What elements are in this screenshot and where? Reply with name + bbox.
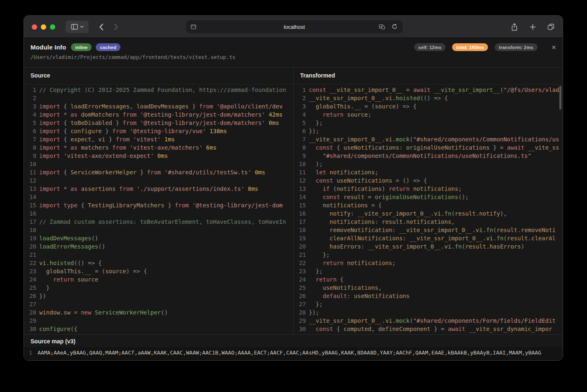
- code-line: 28window.sw = new ServiceWorkerHelper(): [24, 308, 293, 317]
- code-line: 17 notifications: result.notifications,: [294, 218, 563, 226]
- code-line: 8import * as matchers from 'vitest-axe/m…: [24, 143, 293, 152]
- page-title: Module Info: [31, 44, 66, 51]
- badge: cached: [96, 43, 120, 51]
- code-line: 16: [24, 209, 293, 218]
- address-bar[interactable]: localhost A: [186, 20, 403, 33]
- badge: inline: [71, 43, 92, 51]
- inspect-page: Module Info inlinecached self: 12mstotal…: [24, 38, 563, 360]
- code-line: 15import type { TestingLibraryMatchers }…: [24, 201, 293, 209]
- source-pane-title: Source: [24, 68, 293, 85]
- code-line: 11 let notifications;: [294, 168, 563, 176]
- share-button[interactable]: [508, 21, 521, 33]
- code-line: 16 notify: __vite_ssr_import_0__.vi.fn(r…: [294, 209, 563, 218]
- badge: transform: 2ms: [495, 43, 537, 51]
- code-line: 2: [24, 94, 293, 102]
- code-line: 12: [24, 176, 293, 185]
- module-badges: inlinecached: [71, 43, 120, 51]
- back-button[interactable]: [95, 21, 108, 33]
- code-line: 27: [24, 300, 293, 308]
- code-line: 4 return source;: [294, 110, 563, 119]
- code-line: 19 clearAllNotifications: __vite_ssr_imp…: [294, 234, 563, 242]
- translate-icon[interactable]: A: [379, 23, 385, 30]
- code-line: 18: [24, 226, 293, 234]
- code-line: 7__vite_ssr_import_0__.vi.mock("#shared/…: [294, 135, 563, 143]
- code-line: 9import 'vitest-axe/extend-expect' 0ms: [24, 152, 293, 160]
- code-line: 13 if (notifications) return notificatio…: [294, 185, 563, 193]
- badge: self: 12ms: [414, 43, 446, 51]
- code-line: 8 const { useNotifications: originalUseN…: [294, 143, 563, 152]
- code-line: 28});: [294, 308, 563, 317]
- sidebar-icon: [71, 24, 78, 30]
- page-settings-icon[interactable]: [190, 23, 197, 30]
- code-line: 3 globalThis.__ = (source) => {: [294, 102, 563, 110]
- code-line: 27 };: [294, 300, 563, 308]
- code-line: 10 );: [294, 160, 563, 168]
- code-line: 5 };: [294, 119, 563, 127]
- code-line: 14: [24, 193, 293, 201]
- code-line: 10: [24, 160, 293, 168]
- source-pane: Source 1// Copyright (C) 2012-2025 Zamma…: [24, 68, 294, 334]
- code-line: 1// Copyright (C) 2012-2025 Zammad Found…: [24, 86, 293, 94]
- code-line: 11import { ServiceWorkerHelper } from '#…: [24, 168, 293, 176]
- module-header: Module Info inlinecached self: 12mstotal…: [24, 38, 563, 68]
- code-line: 14 const result = originalUseNotificatio…: [294, 193, 563, 201]
- sidebar-toggle-button[interactable]: [66, 21, 89, 33]
- zoom-window-button[interactable]: [50, 24, 55, 30]
- close-icon[interactable]: ×: [552, 44, 556, 51]
- tab-overview-button[interactable]: [545, 21, 557, 33]
- code-line: 21 };: [294, 251, 563, 259]
- code-line: 13import * as assertions from './support…: [24, 185, 293, 193]
- new-tab-button[interactable]: [526, 21, 539, 33]
- badge: total: 193ms: [452, 43, 488, 51]
- code-line: 30configure({: [24, 325, 293, 333]
- code-line: 18 removeNotification: __vite_ssr_import…: [294, 226, 563, 234]
- code-line: 24 return source: [24, 275, 293, 284]
- code-line: 25 useNotifications,: [294, 284, 563, 292]
- code-line: 17// Zammad custom assertions: toBeAvata…: [24, 218, 293, 226]
- code-line: 7import { expect, vi } from 'vitest' 1ms: [24, 135, 293, 143]
- code-line: 1AAMA;AAeA,yBAAG,QAAQ,MAAM;AACf,aAAW,KAA…: [24, 349, 563, 357]
- code-line: 20loadErrorMessages(): [24, 242, 293, 251]
- traffic-lights: [32, 24, 55, 30]
- code-line: 29: [24, 317, 293, 325]
- sourcemap-section: Source map (v3) 1AAMA;AAeA,yBAAG,QAAQ,MA…: [24, 334, 563, 360]
- code-panes: Source 1// Copyright (C) 2012-2025 Zamma…: [24, 68, 563, 334]
- code-line: 3import { loadErrorMessages, loadDevMess…: [24, 102, 293, 110]
- code-line: 26}): [24, 292, 293, 300]
- vertical-scrollbar[interactable]: [559, 86, 561, 110]
- code-line: 20 hasErrors: __vite_ssr_import_0__.vi.f…: [294, 242, 563, 251]
- code-line: 23 };: [294, 267, 563, 275]
- code-line: 23 globalThis.__ = (source) => {: [24, 267, 293, 275]
- code-line: 6});: [294, 127, 563, 135]
- transformed-pane: Transformed 1const __vite_ssr_import_0__…: [294, 68, 563, 334]
- code-line: 12 const useNotifications = () => {: [294, 176, 563, 185]
- code-transformed: 1const __vite_ssr_import_0__ = await __v…: [294, 85, 563, 333]
- minimize-window-button[interactable]: [41, 24, 46, 30]
- code-line: 6import { configure } from '@testing-lib…: [24, 127, 293, 135]
- code-line: 1const __vite_ssr_import_0__ = await __v…: [294, 86, 563, 94]
- code-line: 2__vite_ssr_import_0__.vi.hoisted(() => …: [294, 94, 563, 102]
- timing-badges: self: 12mstotal: 193mstransform: 2ms: [414, 43, 537, 51]
- code-line: 30 const { computed, defineComponent } =…: [294, 325, 563, 333]
- code-source: 1// Copyright (C) 2012-2025 Zammad Found…: [24, 85, 293, 333]
- reload-icon[interactable]: [391, 23, 398, 30]
- code-line: 22 return notifications;: [294, 259, 563, 267]
- url-text: localhost: [284, 24, 305, 30]
- code-line: 21: [24, 251, 293, 259]
- forward-button[interactable]: [110, 21, 122, 33]
- sourcemap-title: Source map (v3): [24, 335, 563, 347]
- close-window-button[interactable]: [32, 24, 37, 30]
- code-line: 15 notifications = {: [294, 201, 563, 209]
- browser-window: localhost A: [24, 15, 563, 361]
- code-line: 26 default: useNotifications: [294, 292, 563, 300]
- transformed-pane-title: Transformed: [294, 68, 563, 85]
- chevron-down-icon: [80, 26, 84, 28]
- browser-toolbar: localhost A: [24, 16, 563, 38]
- code-line: 24 return {: [294, 275, 563, 284]
- code-line: 19loadDevMessages(): [24, 234, 293, 242]
- code-line: 25 }: [24, 284, 293, 292]
- sourcemap-content: 1AAMA;AAeA,yBAAG,QAAQ,MAAM;AACf,aAAW,KAA…: [24, 347, 563, 360]
- code-line: 4import * as domMatchers from '@testing-…: [24, 110, 293, 119]
- module-file-path: /Users/vladimir/Projects/zammad/app/fron…: [31, 54, 556, 60]
- code-line: 5import { toBeDisabled } from '@testing-…: [24, 119, 293, 127]
